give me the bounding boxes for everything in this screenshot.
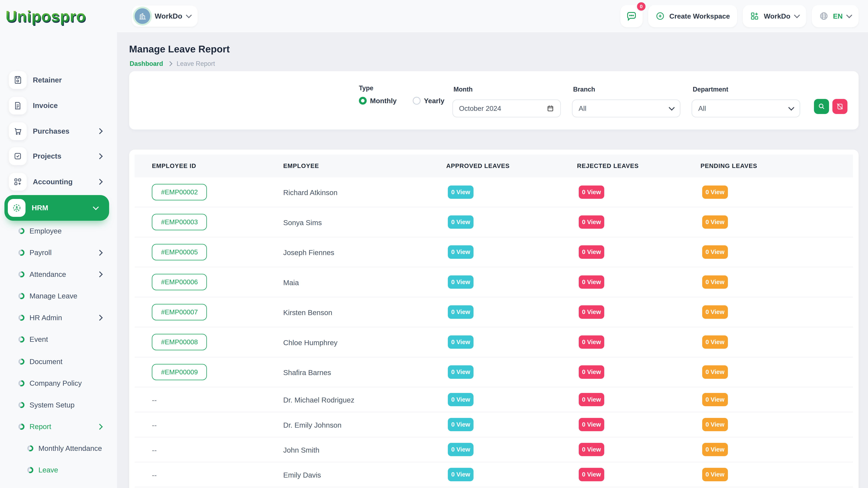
- sidebar-item-hrm[interactable]: HRM: [4, 195, 109, 221]
- leave-report-table: EMPLOYEE ID EMPLOYEE APPROVED LEAVES REJ…: [135, 155, 853, 488]
- pending-view-badge[interactable]: 0 View: [702, 275, 728, 289]
- rejected-view-badge[interactable]: 0 View: [579, 275, 604, 289]
- employee-id-empty: --: [152, 421, 157, 429]
- sidebar-item-employee[interactable]: Employee: [0, 220, 117, 242]
- sidebar-item-company-policy[interactable]: Company Policy: [0, 372, 117, 394]
- sidebar-item-attendance[interactable]: Attendance: [0, 264, 117, 285]
- yearly-radio-label[interactable]: Yearly: [424, 97, 444, 105]
- sidebar-item-event[interactable]: Event: [0, 328, 117, 350]
- approved-view-badge[interactable]: 0 View: [448, 305, 473, 319]
- sidebar-item-system-setup[interactable]: System Setup: [0, 394, 117, 416]
- pending-view-badge[interactable]: 0 View: [702, 468, 728, 481]
- sidebar-item-accounting[interactable]: Accounting: [0, 169, 117, 195]
- col-employee-id: EMPLOYEE ID: [135, 155, 283, 177]
- pending-view-badge[interactable]: 0 View: [702, 365, 728, 379]
- rejected-view-badge[interactable]: 0 View: [579, 468, 604, 481]
- rejected-view-badge[interactable]: 0 View: [579, 216, 604, 229]
- approved-view-badge[interactable]: 0 View: [448, 418, 473, 431]
- sidebar-item-leave[interactable]: Leave: [0, 459, 117, 481]
- employee-name: Chloe Humphrey: [283, 338, 337, 347]
- employee-id-chip[interactable]: #EMP00005: [152, 244, 207, 260]
- rejected-view-badge[interactable]: 0 View: [579, 186, 604, 199]
- sidebar-item-label: Company Policy: [29, 379, 82, 387]
- approved-view-badge[interactable]: 0 View: [448, 443, 473, 456]
- pending-view-badge[interactable]: 0 View: [702, 305, 728, 319]
- approved-view-badge[interactable]: 0 View: [448, 275, 473, 289]
- employee-id-chip[interactable]: #EMP00009: [152, 364, 207, 380]
- language-selector[interactable]: EN: [812, 5, 859, 27]
- employee-id-chip[interactable]: #EMP00007: [152, 304, 207, 320]
- approved-view-badge[interactable]: 0 View: [448, 186, 473, 199]
- breadcrumb-dashboard-link[interactable]: Dashboard: [130, 60, 163, 67]
- sidebar-item-report[interactable]: Report: [0, 416, 117, 437]
- pending-view-badge[interactable]: 0 View: [702, 335, 728, 349]
- employee-id-chip[interactable]: #EMP00006: [152, 274, 207, 290]
- chevron-right-icon: [167, 61, 173, 66]
- approved-view-badge[interactable]: 0 View: [448, 335, 473, 349]
- approved-view-badge[interactable]: 0 View: [448, 216, 473, 229]
- chevron-right-icon: [97, 153, 103, 159]
- sidebar-item-payroll-report[interactable]: Payroll: [0, 482, 117, 488]
- search-button[interactable]: [814, 99, 829, 114]
- pending-view-badge[interactable]: 0 View: [702, 393, 728, 406]
- chevron-right-icon: [97, 424, 103, 430]
- rejected-view-badge[interactable]: 0 View: [579, 393, 604, 406]
- approved-view-badge[interactable]: 0 View: [448, 393, 473, 406]
- monthly-radio[interactable]: [359, 97, 367, 105]
- bullet-icon: [19, 271, 25, 278]
- approved-view-badge[interactable]: 0 View: [448, 365, 473, 379]
- employee-name: Richard Atkinson: [283, 189, 337, 197]
- app-logo[interactable]: Unipospro: [5, 7, 86, 25]
- rejected-view-badge[interactable]: 0 View: [579, 305, 604, 319]
- sidebar-item-hr-admin[interactable]: HR Admin: [0, 307, 117, 328]
- bullet-icon: [19, 380, 25, 386]
- rejected-view-badge[interactable]: 0 View: [579, 418, 604, 431]
- chevron-down-icon: [186, 12, 192, 18]
- rejected-view-badge[interactable]: 0 View: [579, 365, 604, 379]
- employee-id-empty: --: [152, 471, 157, 479]
- pending-view-badge[interactable]: 0 View: [702, 216, 728, 229]
- rejected-view-badge[interactable]: 0 View: [579, 443, 604, 456]
- workspace-menu-button[interactable]: WorkDo: [743, 5, 806, 27]
- workspace-avatar-building-icon: [135, 8, 150, 24]
- table-row: -- John Smith 0 View 0 View 0 View: [135, 437, 853, 462]
- sidebar-item-projects[interactable]: Projects: [0, 143, 117, 169]
- employee-id-chip[interactable]: #EMP00008: [152, 334, 207, 350]
- sidebar-item-purchases[interactable]: Purchases: [0, 119, 117, 144]
- monthly-radio-label[interactable]: Monthly: [370, 97, 397, 105]
- chevron-down-icon: [93, 204, 99, 210]
- month-label: Month: [454, 86, 473, 93]
- messenger-button[interactable]: 0: [620, 5, 643, 27]
- sidebar-item-document[interactable]: Document: [0, 351, 117, 372]
- sidebar-item-label: System Setup: [29, 401, 74, 409]
- workspace-menu-label: WorkDo: [764, 12, 790, 20]
- rejected-view-badge[interactable]: 0 View: [579, 335, 604, 349]
- pending-view-badge[interactable]: 0 View: [702, 443, 728, 456]
- sidebar-item-label: Event: [29, 335, 48, 344]
- reset-button[interactable]: [832, 99, 847, 114]
- approved-view-badge[interactable]: 0 View: [448, 468, 473, 481]
- employee-id-chip[interactable]: #EMP00002: [152, 184, 207, 200]
- pending-view-badge[interactable]: 0 View: [702, 186, 728, 199]
- page-title: Manage Leave Report: [129, 43, 230, 55]
- sidebar-item-retainer[interactable]: Retainer: [0, 67, 117, 93]
- employee-id-chip[interactable]: #EMP00003: [152, 214, 207, 230]
- sidebar-item-manage-leave[interactable]: Manage Leave: [0, 285, 117, 307]
- workspace-switcher[interactable]: WorkDo: [132, 5, 197, 27]
- pending-view-badge[interactable]: 0 View: [702, 245, 728, 259]
- bullet-icon: [19, 359, 25, 365]
- department-select[interactable]: All: [691, 99, 800, 117]
- branch-select[interactable]: All: [572, 99, 680, 117]
- chevron-right-icon: [97, 250, 103, 256]
- create-workspace-button[interactable]: Create Workspace: [648, 5, 737, 27]
- yearly-radio[interactable]: [413, 97, 421, 105]
- month-input[interactable]: October 2024: [453, 99, 561, 117]
- approved-view-badge[interactable]: 0 View: [448, 245, 473, 259]
- workspace-name: WorkDo: [155, 12, 182, 20]
- sidebar-item-invoice[interactable]: Invoice: [0, 93, 117, 119]
- rejected-view-badge[interactable]: 0 View: [579, 245, 604, 259]
- sidebar-item-monthly-attendance[interactable]: Monthly Attendance: [0, 437, 117, 459]
- sidebar-item-payroll[interactable]: Payroll: [0, 242, 117, 263]
- plus-circle-icon: [655, 11, 665, 21]
- pending-view-badge[interactable]: 0 View: [702, 418, 728, 431]
